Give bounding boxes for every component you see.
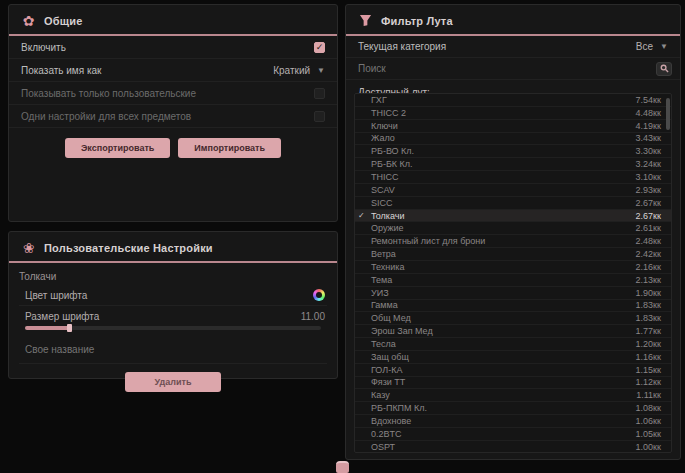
loot-item-value: 2.16кк bbox=[636, 262, 661, 272]
loot-list-item[interactable]: ✓ Ремонтный лист для брони 2.48кк bbox=[355, 235, 671, 248]
loot-list-item[interactable]: ✓ THICC 2 4.48кк bbox=[355, 107, 671, 120]
search-icon[interactable] bbox=[656, 62, 672, 76]
loot-list-item[interactable]: ✓ РБ-ПКПМ Кл. 1.08кк bbox=[355, 402, 671, 415]
loot-item-value: 1.06кк bbox=[636, 416, 661, 426]
general-panel-header: ✿ Общие bbox=[9, 5, 337, 36]
delete-button[interactable]: Удалить bbox=[125, 372, 222, 392]
loot-list-item[interactable]: ✓ SICC 2.67кк bbox=[355, 197, 671, 210]
loot-item-name: Фязи ТТ bbox=[371, 377, 405, 387]
slider-thumb[interactable] bbox=[67, 324, 72, 332]
loot-item-name: Казу bbox=[371, 390, 390, 400]
loot-item-name: Общ Мед bbox=[371, 313, 411, 323]
loot-list-item[interactable]: ✓ SCAV 2.93кк bbox=[355, 184, 671, 197]
import-button[interactable]: Импортировать bbox=[178, 138, 281, 158]
general-panel-title: Общие bbox=[44, 15, 83, 27]
loot-item-name: Эрош Зап Мед bbox=[371, 326, 433, 336]
font-size-slider[interactable] bbox=[25, 326, 321, 330]
loot-list-item[interactable]: ✓ THICC 3.10кк bbox=[355, 171, 671, 184]
loot-list-item[interactable]: ✓ ОSРТ 1.00кк bbox=[355, 441, 671, 453]
loot-item-name: РБ-ПКПМ Кл. bbox=[371, 403, 427, 413]
loot-rows-container: ✓ ГХГ 7.54кк ✓ THICC 2 4.48кк ✓ Ключи 4.… bbox=[355, 94, 671, 453]
loot-list-item[interactable]: ✓ ГХГ 7.54кк bbox=[355, 94, 671, 107]
loot-list-item[interactable]: ✓ Ветра 2.42кк bbox=[355, 248, 671, 261]
loot-item-value: 2.13кк bbox=[636, 275, 661, 285]
only-custom-label: Показывать только пользовательские bbox=[21, 88, 196, 99]
setting-row-same-settings: Одни настройки для всех предметов bbox=[9, 105, 337, 128]
loot-list-item[interactable]: ✓ Защ общ 1.16кк bbox=[355, 351, 671, 364]
same-settings-checkbox[interactable] bbox=[314, 111, 325, 122]
loot-item-name: РБ-ВО Кл. bbox=[371, 146, 414, 156]
font-size-value: 11.00 bbox=[301, 311, 325, 322]
loot-list-item[interactable]: ✓ УИЗ 1.90кк bbox=[355, 287, 671, 300]
name-mode-value: Краткий bbox=[273, 65, 310, 76]
loot-list-item[interactable]: ✓ РБ-ВО Кл. 3.30кк bbox=[355, 145, 671, 158]
setting-row-name-mode: Показать имя как Краткий ▼ bbox=[9, 59, 337, 82]
custom-name-input[interactable] bbox=[25, 344, 325, 355]
loot-item-name: ГОЛ-КА bbox=[371, 365, 402, 375]
loot-list-item[interactable]: ✓ 0.2BTC 1.05кк bbox=[355, 428, 671, 441]
loot-list-item[interactable]: ✓ Казу 1.11кк bbox=[355, 389, 671, 402]
loot-item-value: 1.11кк bbox=[636, 390, 661, 400]
loot-list-item[interactable]: ✓ Тема 2.13кк bbox=[355, 274, 671, 287]
loot-item-name: Оружие bbox=[371, 223, 404, 233]
loot-item-name: Вдохнове bbox=[371, 416, 411, 426]
export-button[interactable]: Экспортировать bbox=[65, 138, 170, 158]
loot-item-name: SCAV bbox=[371, 185, 395, 195]
loot-item-value: 2.93кк bbox=[636, 185, 661, 195]
loot-list-item[interactable]: ✓ Жало 3.43кк bbox=[355, 133, 671, 146]
loot-item-value: 1.08кк bbox=[636, 403, 661, 413]
color-wheel-icon[interactable] bbox=[313, 289, 325, 301]
loot-list-item[interactable]: ✓ Эрош Зап Мед 1.77кк bbox=[355, 325, 671, 338]
loot-list-scrollbar[interactable] bbox=[666, 98, 670, 130]
font-size-label: Размер шрифта bbox=[25, 311, 99, 322]
loot-list-item[interactable]: ✓ Тесла 1.20кк bbox=[355, 338, 671, 351]
loot-item-name: SICC bbox=[371, 198, 393, 208]
user-settings-panel: ❀ Пользовательские Настройки Толкачи Цве… bbox=[8, 231, 338, 379]
search-row bbox=[346, 58, 680, 80]
custom-name-row bbox=[19, 332, 327, 364]
loot-list-item[interactable]: ✓ Техника 2.16кк bbox=[355, 261, 671, 274]
category-select[interactable]: Все ▼ bbox=[636, 41, 668, 52]
category-row: Текущая категория Все ▼ bbox=[346, 36, 680, 58]
user-settings-title: Пользовательские Настройки bbox=[44, 242, 213, 254]
loot-list-item[interactable]: ✓ ГОЛ-КА 1.15кк bbox=[355, 364, 671, 377]
funnel-icon bbox=[358, 13, 373, 28]
loot-list: ✓ ГХГ 7.54кк ✓ THICC 2 4.48кк ✓ Ключи 4.… bbox=[354, 93, 672, 453]
loot-list-item[interactable]: ✓ Гамма 1.83кк bbox=[355, 300, 671, 313]
category-value: Все bbox=[636, 41, 653, 52]
enable-label: Включить bbox=[21, 42, 66, 53]
loot-list-item[interactable]: ✓ РБ-БК Кл. 3.24кк bbox=[355, 158, 671, 171]
loot-list-item[interactable]: ✓ Ключи 4.19кк bbox=[355, 120, 671, 133]
loot-item-name: Ремонтный лист для брони bbox=[371, 236, 485, 246]
loot-list-item[interactable]: ✓ Оружие 2.61кк bbox=[355, 222, 671, 235]
same-settings-label: Одни настройки для всех предметов bbox=[21, 111, 191, 122]
loot-filter-header: Фильтр Лута bbox=[346, 5, 680, 36]
loot-item-value: 1.16кк bbox=[636, 352, 661, 362]
name-mode-select[interactable]: Краткий ▼ bbox=[273, 65, 325, 76]
delete-row: Удалить bbox=[9, 372, 337, 392]
loot-item-name: Ключи bbox=[371, 121, 398, 131]
enable-checkbox[interactable]: ✓ bbox=[314, 42, 325, 53]
loot-item-value: 1.20кк bbox=[636, 339, 661, 349]
setting-row-enable: Включить ✓ bbox=[9, 36, 337, 59]
loot-item-value: 2.42кк bbox=[636, 249, 661, 259]
loot-item-name: ОSРТ bbox=[371, 442, 395, 452]
search-input[interactable] bbox=[358, 63, 656, 74]
panel-drag-handle[interactable] bbox=[336, 461, 349, 473]
loot-item-name: Тесла bbox=[371, 339, 396, 349]
loot-item-name: THICC bbox=[371, 172, 399, 182]
font-color-label: Цвет шрифта bbox=[25, 290, 87, 301]
chevron-down-icon: ▼ bbox=[317, 66, 325, 75]
export-import-row: Экспортировать Импортировать bbox=[9, 138, 337, 158]
loot-item-value: 1.12кк bbox=[636, 377, 661, 387]
loot-list-item[interactable]: ✓ Толкачи 2.67кк bbox=[355, 210, 671, 223]
loot-item-value: 1.90кк bbox=[636, 288, 661, 298]
chevron-down-icon: ▼ bbox=[660, 42, 668, 51]
loot-list-item[interactable]: ✓ Вдохнове 1.06кк bbox=[355, 415, 671, 428]
loot-filter-panel: Фильтр Лута Текущая категория Все ▼ Дост… bbox=[345, 4, 681, 460]
loot-list-item[interactable]: ✓ Общ Мед 1.83кк bbox=[355, 312, 671, 325]
only-custom-checkbox[interactable] bbox=[314, 88, 325, 99]
loot-list-item[interactable]: ✓ Фязи ТТ 1.12кк bbox=[355, 377, 671, 390]
loot-item-value: 2.67кк bbox=[636, 198, 661, 208]
setting-row-only-custom: Показывать только пользовательские bbox=[9, 82, 337, 105]
